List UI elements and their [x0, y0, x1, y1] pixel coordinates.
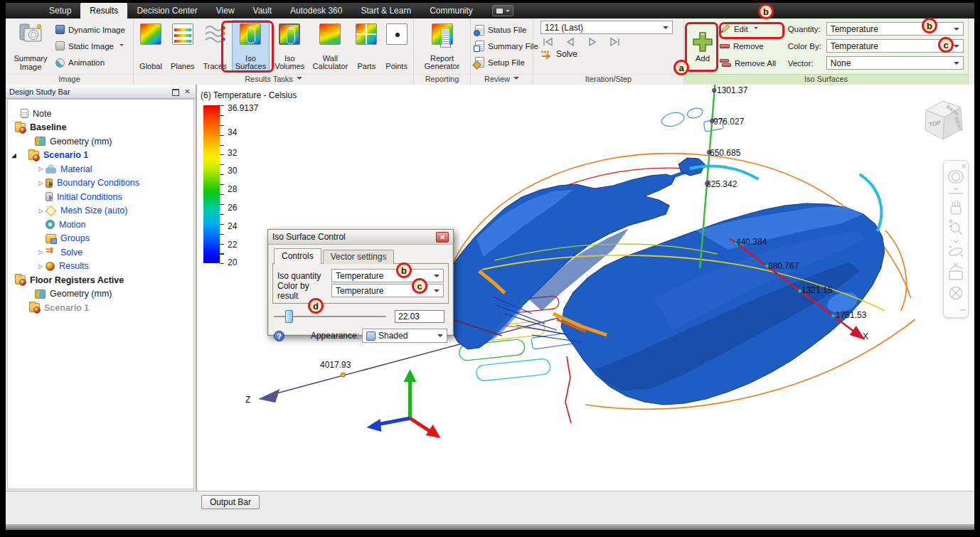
remove-all-iso-surfaces-button[interactable]: Remove All: [720, 56, 785, 70]
tree-item-baseline[interactable]: Baseline: [8, 121, 193, 135]
tab-community[interactable]: Community: [420, 3, 482, 18]
iso-quantity-dropdown[interactable]: Temperature: [331, 269, 444, 282]
3d-viewport[interactable]: 1301.37 976.027 650.685 325.342 440.384 …: [197, 85, 974, 491]
note-icon: [21, 109, 28, 118]
expander-closed-icon[interactable]: [36, 208, 46, 214]
tree-item-geometry-2[interactable]: Geometry (mm): [8, 287, 193, 302]
tab-vector-settings[interactable]: Vector settings: [323, 250, 395, 264]
tab-autodesk-360[interactable]: Autodesk 360: [281, 3, 351, 18]
look-at-icon[interactable]: [949, 266, 963, 280]
tab-setup[interactable]: Setup: [40, 3, 80, 18]
appearance-dropdown[interactable]: Shaded: [362, 329, 447, 343]
summary-file-button[interactable]: Summary File: [475, 41, 538, 51]
pan-hand-icon[interactable]: [951, 201, 961, 214]
group-label-review[interactable]: Review: [471, 74, 533, 85]
callout-balloon-c-dialog: c: [412, 278, 427, 294]
tree-item-solve[interactable]: Solve: [8, 245, 193, 260]
dynamic-image-label: Dynamic Image: [68, 26, 125, 34]
tree-item-floor-registers-active[interactable]: Floor Registers Active: [8, 273, 193, 287]
tree-item-results[interactable]: Results: [8, 260, 193, 274]
y-axis-label: 325.342: [706, 179, 737, 189]
points-button[interactable]: Points: [382, 20, 411, 73]
slider-thumb[interactable]: [285, 310, 293, 323]
ribbon-options-button[interactable]: [492, 5, 513, 16]
close-navbar-icon[interactable]: [962, 164, 966, 168]
edit-iso-surface-button[interactable]: Edit: [720, 22, 785, 36]
expander-closed-icon[interactable]: [36, 180, 46, 186]
step-back-button[interactable]: [563, 36, 578, 48]
center-icon[interactable]: [950, 287, 962, 299]
traces-button[interactable]: Traces: [200, 20, 230, 73]
tab-vault[interactable]: Vault: [244, 3, 281, 18]
tree-item-material[interactable]: Material: [8, 162, 193, 176]
status-file-label: Status File: [488, 26, 526, 34]
expander-open-icon[interactable]: [9, 152, 18, 159]
global-button[interactable]: Global: [136, 20, 166, 73]
setup-file-icon: [475, 57, 484, 68]
add-iso-surface-button[interactable]: Add: [687, 20, 718, 73]
dialog-tabs: Controls Vector settings: [268, 245, 453, 264]
zoom-icon[interactable]: [949, 219, 962, 243]
points-label: Points: [385, 63, 408, 70]
tree-item-mesh-size[interactable]: Mesh Size (auto): [8, 204, 193, 218]
expander-closed-icon[interactable]: [36, 249, 46, 255]
tree-item-boundary-conditions[interactable]: Boundary Conditions: [8, 176, 193, 191]
steering-wheel-icon[interactable]: [949, 171, 963, 190]
groups-icon: [46, 234, 56, 243]
orbit-icon[interactable]: [949, 246, 964, 266]
group-label-results-tasks[interactable]: Results Tasks: [134, 74, 413, 85]
status-file-button[interactable]: Status File: [475, 25, 538, 36]
animation-button[interactable]: Animation: [55, 58, 125, 68]
iso-surface-control-dialog: Iso Surface Control ✕ Controls Vector se…: [267, 229, 454, 336]
iso-surfaces-button[interactable]: Iso Surfaces: [232, 20, 270, 73]
tree-item-geometry-1[interactable]: Geometry (mm): [8, 134, 193, 149]
step-forward-button[interactable]: [585, 36, 600, 48]
close-panel-icon[interactable]: ✕: [183, 87, 192, 96]
tree-item-scenario-2[interactable]: Scenario 1: [8, 301, 193, 315]
iso-value-input[interactable]: [395, 310, 444, 323]
remove-iso-surface-button[interactable]: Remove: [720, 39, 785, 53]
y-axis-label: 650.685: [710, 148, 740, 158]
iteration-step-dropdown[interactable]: 121 (Last): [540, 21, 673, 34]
help-icon[interactable]: ?: [274, 331, 284, 341]
vector-dropdown[interactable]: None: [826, 56, 964, 70]
tree-item-groups[interactable]: Groups: [8, 232, 193, 246]
expander-closed-icon[interactable]: [36, 166, 46, 172]
quantity-dropdown[interactable]: Temperature: [826, 22, 964, 36]
solve-button[interactable]: Solve: [540, 49, 676, 59]
expander-closed-icon[interactable]: [36, 263, 46, 270]
viewcube[interactable]: TOP RIGHT BACK: [917, 95, 967, 149]
dialog-titlebar[interactable]: Iso Surface Control ✕: [268, 230, 453, 245]
dynamic-image-button[interactable]: Dynamic Image: [55, 25, 125, 34]
remove-all-label: Remove All: [735, 59, 776, 68]
planes-button[interactable]: Planes: [167, 20, 198, 73]
iso-quantity-value: Temperature: [336, 271, 383, 281]
parts-button[interactable]: Parts: [352, 20, 380, 73]
window-resize-strip: [6, 524, 974, 530]
legend-tick-label: 26: [228, 203, 237, 213]
setup-file-button[interactable]: Setup File: [475, 57, 538, 68]
tab-results[interactable]: Results: [80, 3, 127, 18]
ribbon-group-image: Summary Image Dynamic Image Static Image…: [6, 18, 134, 85]
float-panel-icon[interactable]: [171, 87, 180, 96]
tree-item-scenario-1[interactable]: Scenario 1: [8, 149, 193, 163]
output-bar-button[interactable]: Output Bar: [201, 495, 260, 509]
tree-item-motion[interactable]: Motion: [8, 218, 193, 232]
tree-item-note[interactable]: Note: [8, 107, 193, 121]
static-image-button[interactable]: Static Image: [55, 41, 125, 50]
tab-view[interactable]: View: [207, 3, 244, 18]
tab-decision-center[interactable]: Decision Center: [127, 3, 206, 18]
summary-image-button[interactable]: Summary Image: [9, 20, 53, 73]
dialog-close-button[interactable]: ✕: [436, 232, 449, 243]
step-first-button[interactable]: [540, 36, 556, 48]
vector-value: None: [831, 58, 851, 68]
wall-calculator-button[interactable]: Wall Calculator: [309, 20, 351, 73]
tab-controls[interactable]: Controls: [274, 248, 321, 264]
parts-label: Parts: [358, 63, 376, 70]
report-generator-button[interactable]: Report Generator: [420, 20, 465, 73]
tab-start-learn[interactable]: Start & Learn: [351, 3, 420, 18]
tree-item-initial-conditions[interactable]: Initial Conditions: [8, 190, 193, 204]
slider-track[interactable]: [274, 316, 386, 317]
step-last-button[interactable]: [607, 36, 622, 48]
iso-volumes-button[interactable]: Iso Volumes: [271, 20, 308, 73]
